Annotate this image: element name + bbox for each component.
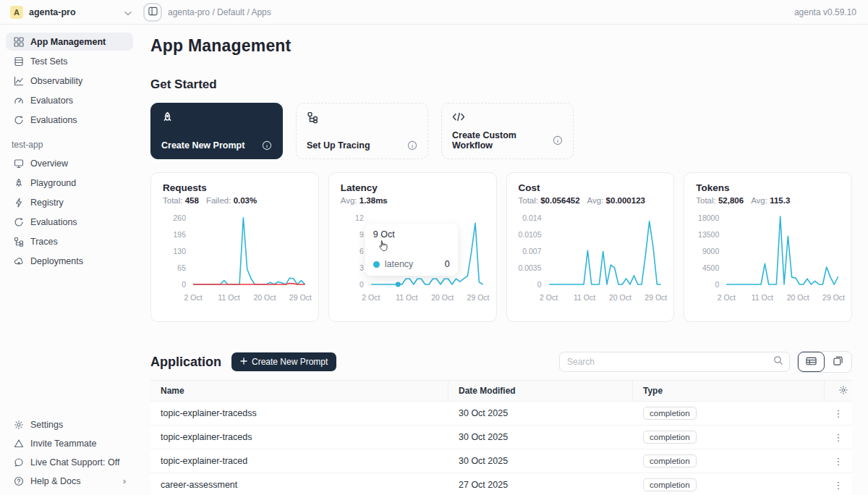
table-view-button[interactable] [798,352,825,372]
refresh-icon [13,216,24,227]
series-dot [373,261,380,268]
line-chart-icon [13,75,24,86]
sidebar-item-registry[interactable]: Registry [6,193,133,211]
info-icon[interactable] [407,140,417,151]
app-version: agenta v0.59.10 [794,7,868,17]
sidebar-item-live-chat[interactable]: Live Chat Support: Off [6,453,133,471]
main-content: App Management Get Started Create New Pr… [139,25,868,495]
column-header-name: Name [150,381,448,401]
type-badge: completion [643,407,697,420]
table-row[interactable]: career-assessment 27 Oct 2025 completion… [150,473,852,495]
x-axis-labels: 2 Oct11 Oct20 Oct29 Oct [548,292,663,303]
view-toggle [797,351,852,373]
table-row[interactable]: topic-explainer-traceds 30 Oct 2025 comp… [150,426,852,449]
monitor-icon [13,158,24,169]
app-name: career-assessment [150,480,448,490]
row-actions-kebab-icon[interactable]: ⋮ [825,480,852,491]
workspace-name: agenta-pro [29,7,76,17]
table-settings-gear-icon[interactable] [838,385,848,397]
x-axis-labels: 2 Oct11 Oct20 Oct29 Oct [370,292,485,303]
y-axis-labels: 260195130650 [163,213,192,289]
metric-title: Requests [163,182,307,193]
app-date-modified: 27 Oct 2025 [448,480,633,490]
info-icon[interactable] [262,140,272,151]
metric-title: Latency [341,182,485,193]
gauge-icon [13,95,24,106]
sidebar-item-test-sets[interactable]: Test Sets [6,52,133,70]
table-row[interactable]: topic-explainer-tracedss 30 Oct 2025 com… [150,402,852,426]
create-custom-workflow-card[interactable]: Create Custom Workflow [441,103,574,159]
metric-cards: Requests Total: 458 Failed: 0.03% 260195… [150,172,852,322]
series-value: 0 [445,259,450,269]
sidebar-item-deployments[interactable]: Deployments [6,252,133,270]
requests-metric-card: Requests Total: 458 Failed: 0.03% 260195… [150,172,319,322]
create-new-prompt-card[interactable]: Create New Prompt [150,103,283,159]
tooltip-series-row: latency 0 [373,259,450,269]
sidebar-item-label: Live Chat Support: Off [30,457,119,468]
metric-title: Cost [519,182,663,193]
type-badge: completion [643,454,697,468]
workspace-selector[interactable]: A agenta-pro [0,6,139,19]
y-axis-labels: 0.0140.01050.0070.00350 [519,213,548,289]
workspace-avatar: A [10,6,23,19]
sidebar-item-label: Help & Docs [30,476,80,486]
mouse-cursor-icon [377,240,389,252]
sidebar-item-observability[interactable]: Observability [6,72,133,90]
row-actions-kebab-icon[interactable]: ⋮ [825,408,852,419]
rocket-icon [13,177,24,188]
app-name: topic-explainer-tracedss [150,408,448,418]
create-new-prompt-button[interactable]: Create New Prompt [231,352,336,371]
refresh-icon [13,114,24,125]
metric-stats: Total: 52,806 Avg: 115.3 [696,196,840,205]
tokens-chart[interactable] [725,213,840,289]
chevron-right-icon: › [123,475,126,486]
card-label: Create Custom Workflow [452,130,553,151]
card-label: Create New Prompt [161,140,244,151]
search-icon[interactable] [773,355,783,368]
cost-chart[interactable] [548,213,663,289]
sidebar-item-label: Traces [30,237,58,247]
sidebar-item-label: Evaluations [30,115,77,125]
sidebar-item-help-docs[interactable]: Help & Docs › [6,472,133,490]
sidebar-item-label: Overview [30,158,68,169]
card-view-icon [833,355,843,368]
sidebar-toggle-button[interactable] [143,3,162,22]
sidebar-item-invite-teammate[interactable]: Invite Teammate [6,434,133,452]
rocket-icon [161,111,272,127]
sidebar-item-app-management[interactable]: App Management [6,33,133,51]
set-up-tracing-card[interactable]: Set Up Tracing [296,103,428,159]
sidebar-item-settings[interactable]: Settings [6,415,133,433]
sidebar-item-evaluators[interactable]: Evaluators [6,91,133,109]
chat-bubble-icon [13,457,24,468]
sidebar-item-evaluations[interactable]: Evaluations [6,111,133,129]
row-actions-kebab-icon[interactable]: ⋮ [825,432,852,443]
sidebar-item-evaluations-app[interactable]: Evaluations [6,213,133,231]
sidebar-item-traces[interactable]: Traces [6,232,133,250]
sidebar-item-label: Settings [30,420,63,430]
sidebar-group-label: test-app [0,130,139,153]
search-input[interactable] [567,357,773,367]
column-header-type: Type [633,381,825,401]
cost-metric-card: Cost Total: $0.056452 Avg: $0.000123 0.0… [506,172,675,322]
x-axis-labels: 2 Oct11 Oct20 Oct29 Oct [725,292,840,303]
app-name: topic-explainer-traceds [150,432,448,442]
invite-teammate-icon [13,438,24,449]
card-view-button[interactable] [825,352,851,372]
series-name: latency [385,259,414,269]
requests-chart[interactable] [192,213,307,289]
sidebar-item-overview[interactable]: Overview [6,154,133,172]
breadcrumb[interactable]: agenta-pro / Default / Apps [168,7,271,17]
table-row[interactable]: topic-explainer-traced 30 Oct 2025 compl… [150,449,852,473]
app-date-modified: 30 Oct 2025 [448,432,633,442]
sidebar-item-label: Invite Teammate [30,439,96,449]
row-actions-kebab-icon[interactable]: ⋮ [825,456,852,467]
sidebar-item-label: Test Sets [30,56,67,67]
app-date-modified: 30 Oct 2025 [448,456,633,466]
sidebar-item-playground[interactable]: Playground [6,174,133,192]
application-toolbar: Application Create New Prompt [150,351,852,373]
gear-icon [13,419,24,430]
sidebar-item-label: App Management [30,37,106,47]
trace-icon [13,236,24,247]
info-icon[interactable] [553,135,563,145]
help-circle-icon [13,475,24,486]
